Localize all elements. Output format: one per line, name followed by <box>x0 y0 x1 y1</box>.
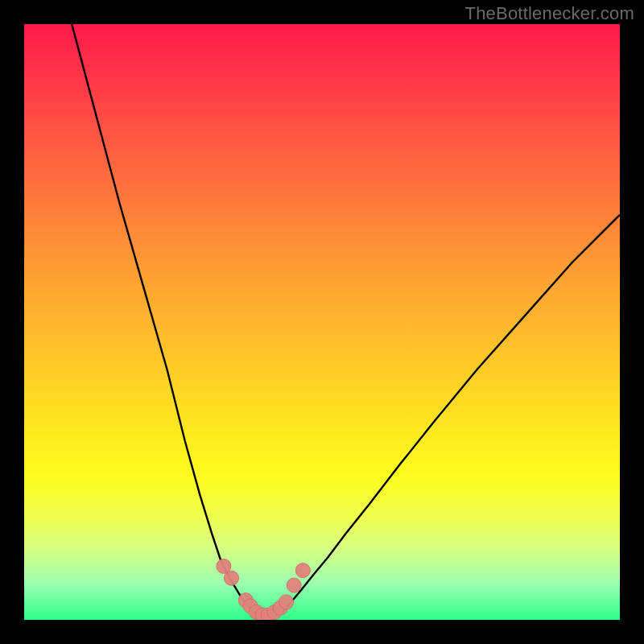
valley-marker <box>279 595 294 609</box>
curve-right-branch <box>282 215 620 613</box>
plot-area <box>24 24 620 620</box>
valley-marker <box>225 571 239 585</box>
valley-markers <box>217 559 310 620</box>
valley-marker <box>287 578 301 592</box>
chart-svg <box>24 24 620 620</box>
valley-marker <box>295 564 310 578</box>
chart-frame: TheBottlenecker.com <box>0 0 644 644</box>
curve-left-branch <box>72 24 254 613</box>
watermark-text: TheBottlenecker.com <box>465 3 634 24</box>
